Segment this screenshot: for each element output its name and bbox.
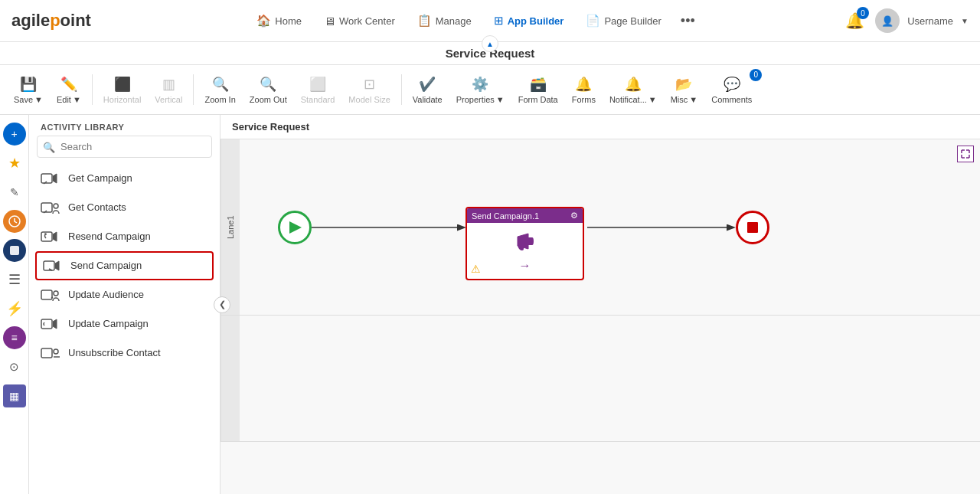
toolbar-separator-3 [401, 74, 402, 105]
notification-badge: 0 [857, 7, 869, 19]
activity-item-send-campaign[interactable]: Send Campaign [35, 251, 214, 280]
end-node-stop-icon [747, 222, 758, 233]
misc-button[interactable]: 📂 Misc ▼ [665, 73, 704, 107]
sidebar-icon-panel: + ★ ✎ ☰ ⚡ ≡ ⊙ ▦ [0, 115, 29, 494]
svg-rect-1 [10, 246, 19, 255]
form-data-icon: 🗃️ [530, 76, 547, 93]
nav-manage[interactable]: 📋 Manage [408, 9, 481, 32]
notifications-icon: 🔔 [625, 76, 642, 93]
update-campaign-icon [41, 316, 62, 332]
settings-icon-btn[interactable]: ⊙ [3, 355, 26, 378]
user-name-label[interactable]: Username [907, 15, 953, 27]
campaign-node-arrows: → [519, 259, 531, 273]
campaign-node-main-icon [513, 229, 537, 259]
blue-module-btn[interactable] [3, 239, 26, 262]
vertical-icon: ▥ [162, 76, 175, 93]
canvas-title: Service Request [220, 115, 980, 139]
expand-canvas-btn[interactable] [957, 146, 974, 162]
validate-icon: ✔️ [419, 76, 436, 93]
vertical-button[interactable]: ▥ Vertical [149, 73, 188, 107]
collapse-library-btn[interactable]: ❮ [214, 296, 230, 313]
nav-right: 🔔 0 👤 Username ▼ [842, 8, 969, 33]
validate-button[interactable]: ✔️ Validate [407, 73, 449, 107]
activity-list: Get Campaign Get Contacts Resend Campaig… [29, 164, 220, 494]
get-campaign-label: Get Campaign [68, 172, 132, 185]
campaign-node-settings-icon[interactable]: ⚙ [570, 211, 578, 221]
lane-2-label [220, 316, 240, 441]
standard-button[interactable]: ⬜ Standard [295, 73, 341, 107]
grid-module-btn[interactable]: ▦ [3, 384, 26, 407]
logo: agilepoint [11, 11, 91, 31]
comments-button[interactable]: 💬 0 Comments [705, 73, 758, 107]
save-chevron: ▼ [34, 95, 43, 104]
logo-text2: oint [60, 11, 91, 31]
purple-module-btn[interactable]: ≡ [3, 326, 26, 349]
model-size-button[interactable]: ⊡ Model Size [342, 73, 396, 107]
nav-app-builder[interactable]: ⊞ App Builder [485, 9, 573, 32]
favorites-btn[interactable]: ★ [3, 152, 26, 175]
forms-button[interactable]: 🔔 Forms [566, 73, 602, 107]
end-node[interactable] [736, 211, 769, 244]
form-data-button[interactable]: 🗃️ Form Data [512, 73, 564, 107]
activity-item-update-audience[interactable]: Update Audience [29, 280, 220, 309]
properties-button[interactable]: ⚙️ Properties ▼ [450, 73, 511, 107]
avatar-icon: 👤 [881, 15, 893, 27]
get-contacts-label: Get Contacts [68, 201, 126, 214]
svg-rect-9 [41, 319, 52, 329]
activity-item-get-contacts[interactable]: Get Contacts [29, 193, 220, 222]
nav-more-btn[interactable]: ••• [675, 10, 701, 32]
edit-button[interactable]: ✏️ Edit ▼ [51, 73, 87, 107]
nav-home-label: Home [275, 15, 302, 27]
validate-label: Validate [413, 95, 443, 104]
horizontal-button[interactable]: ⬛ Horizontal [97, 73, 148, 107]
nav-page-builder[interactable]: 📄 Page Builder [577, 9, 670, 32]
campaign-type-btn[interactable] [3, 210, 26, 233]
logo-text: agile [11, 11, 50, 31]
zoom-in-button[interactable]: 🔍 Zoom In [198, 73, 241, 107]
nav-app-builder-label: App Builder [508, 15, 564, 27]
campaign-node[interactable]: Send Campaign.1 ⚙ [466, 207, 584, 280]
svg-rect-10 [41, 348, 52, 358]
user-avatar[interactable]: 👤 [875, 8, 900, 33]
nav-work-center[interactable]: 🖥 Work Center [315, 10, 404, 32]
edit-mode-btn[interactable]: ✎ [3, 181, 26, 204]
warning-icon: ⚠ [471, 263, 481, 275]
notification-btn[interactable]: 🔔 0 [842, 8, 867, 33]
activity-item-get-campaign[interactable]: Get Campaign [29, 164, 220, 193]
notifications-label: Notificat... ▼ [609, 95, 657, 104]
canvas-content: Lane1 [220, 139, 980, 492]
search-input[interactable] [37, 136, 212, 158]
comments-badge: 0 [750, 69, 762, 81]
list-view-btn[interactable]: ☰ [3, 268, 26, 291]
edit-chevron: ▼ [73, 95, 81, 104]
canvas-area: Service Request Lane1 [220, 115, 980, 494]
user-chevron-icon[interactable]: ▼ [961, 17, 969, 25]
activity-item-resend-campaign[interactable]: Resend Campaign [29, 222, 220, 251]
workflow-btn[interactable]: ⚡ [3, 297, 26, 320]
collapse-nav-btn[interactable]: ▲ [482, 35, 498, 52]
start-node[interactable] [278, 211, 312, 244]
zoom-in-label: Zoom In [204, 95, 235, 104]
notifications-button[interactable]: 🔔 Notificat... ▼ [603, 73, 663, 107]
activity-item-unsubscribe-contact[interactable]: Unsubscribe Contact [29, 339, 220, 368]
add-activity-btn[interactable]: + [3, 123, 26, 146]
app-builder-icon: ⊞ [494, 14, 504, 28]
zoom-out-icon: 🔍 [260, 76, 276, 93]
svg-point-4 [54, 204, 58, 208]
properties-chevron: ▼ [496, 95, 505, 104]
save-button[interactable]: 💾 Save ▼ [8, 73, 49, 107]
nav-home[interactable]: 🏠 Home [247, 9, 311, 32]
main-nav: 🏠 Home 🖥 Work Center 📋 Manage ⊞ App Buil… [110, 9, 838, 32]
zoom-out-button[interactable]: 🔍 Zoom Out [243, 73, 293, 107]
misc-label: Misc ▼ [671, 95, 698, 104]
properties-label: Properties ▼ [456, 95, 505, 104]
save-label: Save ▼ [14, 95, 43, 104]
connectors-svg [240, 139, 980, 315]
activity-item-update-campaign[interactable]: Update Campaign [29, 309, 220, 339]
logo-dot: p [50, 11, 60, 31]
nav-page-builder-label: Page Builder [604, 15, 661, 27]
get-contacts-icon [41, 199, 62, 216]
svg-rect-7 [41, 290, 52, 299]
toolbar: 💾 Save ▼ ✏️ Edit ▼ ⬛ Horizontal ▥ Vertic… [0, 65, 980, 115]
svg-point-11 [54, 349, 58, 354]
